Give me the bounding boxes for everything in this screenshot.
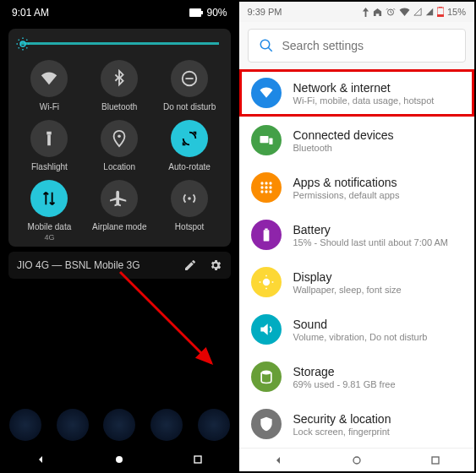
dock-app[interactable] — [9, 409, 41, 441]
svg-rect-34 — [432, 457, 439, 464]
qs-tile-location[interactable]: Location — [87, 120, 152, 171]
settings-button[interactable] — [209, 258, 222, 272]
back-button[interactable] — [271, 454, 285, 467]
svg-line-17 — [268, 47, 272, 52]
status-home-icon — [373, 8, 382, 17]
svg-rect-6 — [48, 134, 52, 145]
svg-rect-10 — [194, 456, 201, 463]
recents-button[interactable] — [429, 454, 442, 467]
svg-line-11 — [120, 272, 211, 363]
sound-icon — [251, 314, 282, 345]
wifi-icon — [399, 8, 410, 16]
settings-item-subtitle: Bluetooth — [293, 143, 394, 153]
settings-item-subtitle: Lock screen, fingerprint — [293, 427, 391, 437]
settings-item-title: Connected devices — [293, 128, 394, 142]
home-button[interactable] — [350, 454, 364, 467]
settings-item-security[interactable]: Security & location Lock screen, fingerp… — [239, 400, 475, 448]
display-icon — [251, 267, 282, 297]
qs-tile-label: Bluetooth — [101, 102, 137, 111]
dock-app[interactable] — [150, 409, 183, 441]
devices-icon — [251, 125, 282, 155]
svg-point-27 — [265, 190, 267, 193]
brightness-icon — [15, 36, 30, 52]
settings-item-subtitle: Permissions, default apps — [293, 190, 400, 200]
settings-item-title: Security & location — [293, 412, 391, 426]
settings-item-title: Display — [293, 270, 402, 284]
settings-item-subtitle: Wi-Fi, mobile, data usage, hotspot — [293, 95, 435, 106]
status-bar: 9:01 AM 90% — [2, 2, 238, 24]
svg-rect-5 — [47, 132, 52, 135]
qs-tile-flashlight[interactable]: Flashlight — [17, 120, 82, 171]
settings-item-wifi[interactable]: Network & internet Wi-Fi, mobile, data u… — [239, 69, 475, 117]
qs-tile-label: Mobile data — [28, 222, 72, 231]
qs-tile-label: Flashlight — [31, 162, 68, 171]
status-time: 9:39 PM — [248, 7, 282, 17]
search-settings[interactable] — [248, 29, 467, 63]
settings-item-sound[interactable]: Sound Volume, vibration, Do not disturb — [239, 306, 475, 353]
qs-tile-airplane[interactable]: Airplane mode — [87, 180, 152, 242]
svg-rect-29 — [263, 230, 269, 241]
dock-app[interactable] — [103, 409, 135, 441]
qs-tile-label: Auto-rotate — [168, 162, 210, 171]
recents-button[interactable] — [191, 453, 205, 466]
security-icon — [251, 409, 282, 439]
settings-item-subtitle: Wallpaper, sleep, font size — [293, 285, 402, 295]
battery-percent: 90% — [206, 7, 227, 19]
nav-bar — [2, 448, 238, 471]
qs-tile-hotspot[interactable]: Hotspot — [157, 180, 222, 242]
svg-point-24 — [265, 186, 267, 188]
dock-app[interactable] — [57, 409, 89, 441]
flashlight-icon — [30, 120, 68, 157]
settings-item-subtitle: 15% - Should last until about 7:00 AM — [293, 237, 448, 247]
annotation-arrow — [112, 264, 230, 382]
settings-item-battery[interactable]: Battery 15% - Should last until about 7:… — [239, 211, 475, 258]
battery-icon — [189, 8, 203, 17]
wifi-icon — [251, 78, 282, 108]
hotspot-icon — [171, 180, 208, 217]
svg-rect-14 — [437, 14, 444, 17]
brightness-slider[interactable] — [14, 39, 226, 57]
svg-rect-1 — [201, 11, 203, 14]
dock-app[interactable] — [198, 409, 230, 441]
settings-item-subtitle: Volume, vibration, Do not disturb — [293, 332, 428, 342]
wifi-icon — [30, 60, 68, 97]
svg-point-23 — [260, 186, 263, 188]
rotate-icon — [171, 120, 208, 157]
airplane-icon — [101, 180, 138, 217]
qs-tile-dnd[interactable]: Do not disturb — [157, 60, 222, 111]
alarm-icon — [386, 7, 396, 17]
qs-tile-label: Hotspot — [175, 222, 204, 231]
home-dock — [2, 402, 238, 448]
qs-tile-label: Wi-Fi — [40, 102, 59, 111]
settings-item-display[interactable]: Display Wallpaper, sleep, font size — [239, 258, 475, 306]
signal-icon — [425, 8, 434, 16]
qs-tile-rotate[interactable]: Auto-rotate — [157, 120, 222, 171]
qs-tile-data[interactable]: Mobile data 4G — [17, 180, 82, 242]
settings-item-title: Storage — [293, 365, 396, 378]
settings-screen: 9:39 PM 15% Network & internet Wi-Fi, mo… — [239, 2, 475, 471]
signal-icon — [413, 8, 422, 16]
svg-point-9 — [116, 456, 123, 463]
settings-item-apps[interactable]: Apps & notifications Permissions, defaul… — [239, 164, 475, 211]
dnd-icon — [171, 60, 208, 97]
svg-point-8 — [188, 197, 191, 200]
svg-rect-19 — [269, 139, 272, 145]
qs-tile-bluetooth[interactable]: Bluetooth — [87, 60, 152, 111]
svg-point-28 — [269, 190, 271, 193]
status-bar: 9:39 PM 15% — [239, 2, 475, 22]
status-time: 9:01 AM — [12, 7, 49, 19]
settings-item-storage[interactable]: Storage 69% used - 9.81 GB free — [239, 353, 475, 400]
qs-tile-label: Airplane mode — [92, 222, 146, 231]
svg-rect-18 — [260, 136, 268, 143]
nav-bar — [239, 448, 475, 471]
search-input[interactable] — [282, 39, 456, 52]
qs-tile-wifi[interactable]: Wi-Fi — [17, 60, 82, 111]
settings-item-title: Sound — [293, 318, 428, 331]
svg-point-21 — [265, 182, 267, 184]
home-button[interactable] — [112, 453, 126, 466]
back-button[interactable] — [34, 453, 47, 466]
bluetooth-icon — [101, 60, 138, 97]
edit-button[interactable] — [183, 258, 197, 272]
settings-item-devices[interactable]: Connected devices Bluetooth — [239, 117, 475, 164]
battery-icon — [437, 7, 444, 17]
